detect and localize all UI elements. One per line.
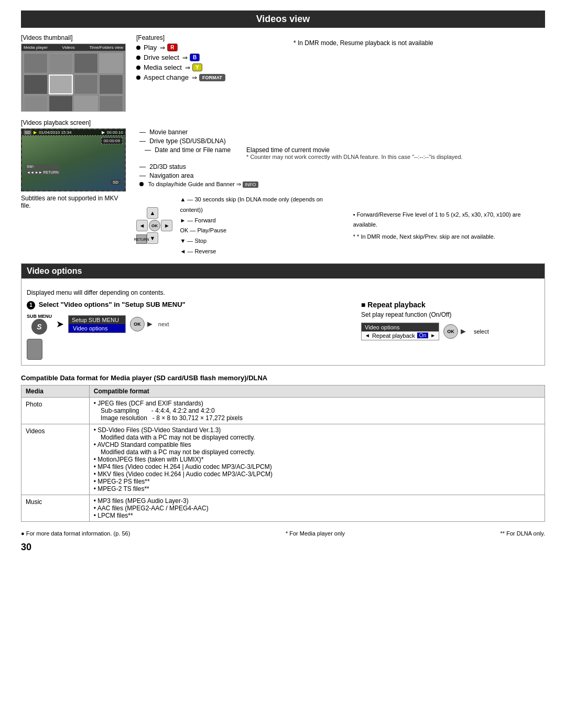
format-videos: • SD-Video Files (SD-Video Standard Ver.… bbox=[89, 424, 545, 495]
2d3d-label: 2D/3D status bbox=[149, 163, 186, 170]
return-btn[interactable]: RETURN bbox=[136, 234, 147, 244]
vo-displayed-note: Displayed menu will differ depending on … bbox=[27, 289, 539, 296]
footnotes: ● For more data format information. (p. … bbox=[21, 530, 545, 537]
feature-play: Play ⇒ R bbox=[136, 44, 283, 51]
sub-menu-icon: S bbox=[31, 319, 47, 335]
media-music: Music bbox=[21, 495, 90, 521]
video-options-header: Video options bbox=[21, 264, 545, 279]
compat-title: Compatible Data format for Media player … bbox=[21, 374, 545, 382]
nav-area-label: Navigation area bbox=[149, 172, 193, 179]
compat-table: Media Compatible format Photo • JPEG fil… bbox=[21, 385, 545, 522]
ok-btn-flow1[interactable]: OK bbox=[130, 317, 145, 331]
select-label: select bbox=[474, 328, 489, 335]
col-media: Media bbox=[21, 385, 90, 397]
format-photo: • JPEG files (DCF and EXIF standards) Su… bbox=[89, 397, 545, 424]
footnote-left: ● For more data format information. (p. … bbox=[21, 530, 130, 537]
guide-banner-line: To display/hide Guide and Banner ⇒ INFO bbox=[139, 181, 545, 188]
menu-flow: SUB MENU S ➤ Setup SUB MENU Video option… bbox=[27, 314, 345, 335]
format-music: • MP3 files (MPEG Audio Layer-3) • AAC f… bbox=[89, 495, 545, 521]
elapsed-label: Elapsed time of current movie bbox=[246, 146, 463, 154]
playback-screen-label: [Videos playback screen] bbox=[21, 119, 545, 126]
footnote-right: ** For DLNA only. bbox=[500, 530, 545, 537]
media-videos: Videos bbox=[21, 424, 90, 495]
counter-note: * Counter may not work correctly with DL… bbox=[246, 154, 463, 160]
table-row: Music • MP3 files (MPEG Audio Layer-3) •… bbox=[21, 495, 545, 521]
right-btn[interactable]: ► bbox=[161, 220, 172, 231]
feature-media-select: Media select ⇒ Y bbox=[136, 63, 283, 71]
features-label: [Features] bbox=[136, 34, 283, 41]
date-time-label: Date and time or File name bbox=[155, 146, 231, 154]
compat-section: Compatible Data format for Media player … bbox=[21, 374, 545, 522]
remote-figure bbox=[27, 339, 345, 360]
table-row: Photo • JPEG files (DCF and EXIF standar… bbox=[21, 397, 545, 424]
thumbnail-image: Media playerVideosTime/Folders view Sele… bbox=[21, 44, 126, 112]
feature-aspect-change: Aspect change ⇒ FORMAT bbox=[136, 73, 283, 81]
dmr-note: * In DMR mode, Resume playback is not av… bbox=[293, 34, 433, 112]
ok-btn-flow2[interactable]: OK bbox=[443, 324, 458, 339]
repeat-menu-popup: Video options ◄ Repeat playback On ► bbox=[361, 323, 439, 340]
movie-banner-label: Movie banner bbox=[149, 129, 188, 136]
up-skip-btn[interactable]: ▲ bbox=[147, 207, 158, 219]
table-row: Videos • SD-Video Files (SD-Video Standa… bbox=[21, 424, 545, 495]
repeat-desc: Set play repeat function (On/Off) bbox=[361, 311, 539, 318]
feature-drive-select: Drive select ⇒ B bbox=[136, 53, 283, 61]
vo-step-title: 1 Select "Video options" in "Setup SUB M… bbox=[27, 301, 345, 309]
ok-btn-left[interactable]: OK bbox=[149, 220, 160, 231]
video-options-section: Video options Displayed menu will differ… bbox=[21, 263, 545, 366]
page-number: 30 bbox=[21, 542, 545, 553]
controls-notes: • Forward/Reverse Five level of 1 to 5 (… bbox=[353, 210, 545, 241]
repeat-flow: Video options ◄ Repeat playback On ► OK … bbox=[361, 323, 539, 340]
page-title: Videos view bbox=[21, 10, 545, 28]
left-btn[interactable]: ◄ bbox=[136, 220, 148, 231]
media-photo: Photo bbox=[21, 397, 90, 424]
subtitles-note: Subtitles are not supported in MKV file. bbox=[21, 195, 126, 209]
controls-labels: ▲ — 30 seconds skip (In DLNA mode only (… bbox=[180, 195, 345, 257]
drive-type-label: Drive type (SD/USB/DLNA) bbox=[149, 137, 225, 145]
setup-submenu-popup: Setup SUB MENU Video options bbox=[68, 315, 126, 333]
col-format: Compatible format bbox=[89, 385, 545, 397]
thumbnail-label: [Videos thumbnail] bbox=[21, 34, 126, 41]
playback-screen: SD ▶ 01/04/2010 15:34 ▶ 00:00:10 00:00:0… bbox=[21, 129, 126, 191]
repeat-title: Repeat playback bbox=[361, 301, 539, 309]
footnote-center: * For Media player only bbox=[286, 530, 345, 537]
